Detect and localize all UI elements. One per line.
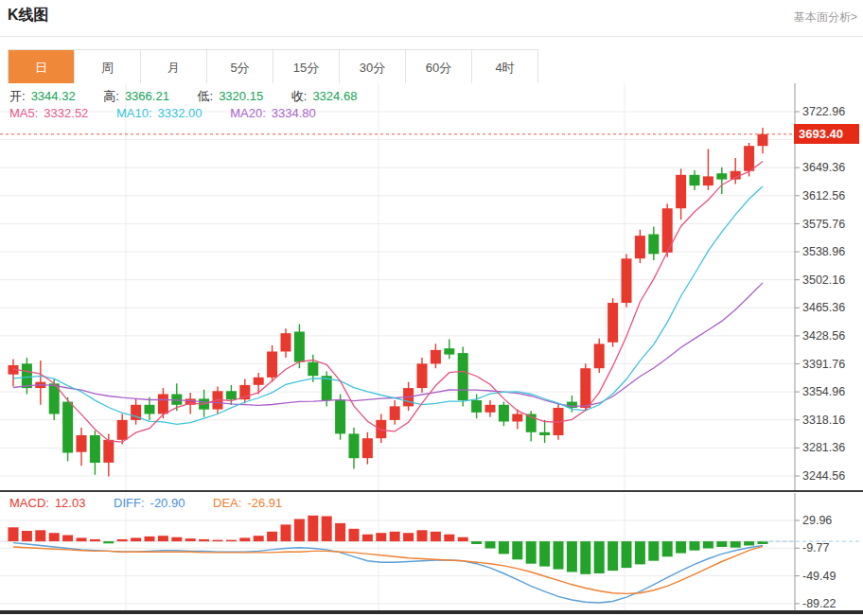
macd-svg: 29.96-9.77-49.49-89.22 — [0, 493, 863, 610]
y-axis-label: 3281.36 — [802, 441, 845, 454]
y-axis-label: 3354.96 — [802, 385, 845, 398]
y-axis-label: 3465.36 — [802, 301, 845, 314]
y-axis-label: 3575.76 — [802, 218, 845, 231]
macd-axis-label: 29.96 — [802, 514, 832, 527]
candlestick-chart[interactable]: 3722.963686.163649.363612.563575.763538.… — [0, 83, 863, 491]
y-axis-label: 3538.96 — [802, 245, 845, 258]
tab-60分[interactable]: 60分 — [406, 50, 472, 85]
pane-separator — [0, 490, 863, 492]
y-axis-label: 3391.76 — [802, 358, 845, 371]
y-axis-label: 3318.16 — [802, 414, 845, 427]
page-title: K线图 — [8, 6, 49, 26]
tab-15分[interactable]: 15分 — [273, 50, 340, 85]
kline-page: K线图 基本面分析> 日周月5分15分30分60分4时 3722.963686.… — [0, 0, 863, 616]
y-axis-label: 3612.56 — [802, 189, 845, 202]
interval-tabbar: 日周月5分15分30分60分4时 — [8, 49, 538, 86]
tab-月[interactable]: 月 — [141, 50, 207, 85]
tab-日[interactable]: 日 — [9, 50, 75, 85]
header-divider — [0, 36, 863, 37]
macd-axis-label: -49.49 — [802, 570, 836, 583]
y-axis-label: 3722.96 — [802, 105, 845, 118]
candlestick-svg: 3722.963686.163649.363612.563575.763538.… — [0, 83, 863, 491]
y-axis-label: 3649.36 — [802, 161, 845, 174]
macd-axis-label: -9.77 — [802, 541, 830, 554]
tab-4时[interactable]: 4时 — [472, 50, 537, 85]
y-axis-label: 3428.56 — [802, 329, 845, 343]
fundamental-analysis-link[interactable]: 基本面分析> — [794, 9, 857, 26]
tab-周[interactable]: 周 — [75, 50, 141, 85]
tab-5分[interactable]: 5分 — [207, 50, 273, 85]
y-axis-label: 3502.16 — [802, 273, 845, 287]
macd-chart[interactable]: 29.96-9.77-49.49-89.22 MACD:12.03 DIFF:-… — [0, 493, 863, 610]
macd-axis-label: -89.22 — [802, 597, 836, 610]
candle-bodies — [9, 134, 768, 463]
current-price-badge: 3693.40 — [794, 124, 859, 144]
bottom-border — [0, 610, 863, 614]
tab-30分[interactable]: 30分 — [340, 50, 406, 85]
macd-histogram — [9, 516, 768, 574]
y-axis-label: 3244.56 — [802, 469, 845, 483]
